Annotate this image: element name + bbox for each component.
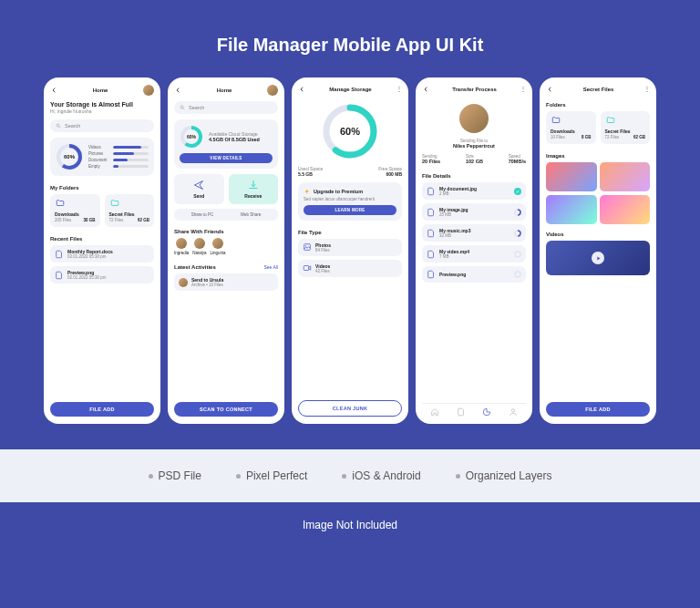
page-title: File Manager Mobile App UI Kit bbox=[0, 0, 700, 77]
used-value: 5.5 GB bbox=[298, 171, 323, 177]
storage-ring-card: 60% VideosPicturesDocumentEmpty bbox=[50, 138, 154, 176]
back-icon[interactable] bbox=[546, 86, 553, 93]
folder-card[interactable]: Secret Files72 Files62 GB bbox=[601, 111, 651, 144]
image-thumb[interactable] bbox=[546, 162, 597, 191]
feature-item: Pixel Perfect bbox=[236, 469, 307, 482]
clean-junk-button[interactable]: CLEAN JUNK bbox=[298, 400, 402, 417]
file-icon bbox=[427, 187, 436, 196]
transfer-file-row[interactable]: My video.mp47 MB bbox=[422, 245, 526, 263]
friend-item[interactable]: Ingredia bbox=[174, 238, 189, 255]
tab-files[interactable] bbox=[457, 407, 466, 417]
recipient-avatar bbox=[459, 104, 489, 133]
image-thumb[interactable] bbox=[600, 162, 651, 191]
premium-card: Upgrade to Premium Sed sapien lacus ulla… bbox=[298, 182, 402, 221]
screen-title: Transfer Process bbox=[452, 87, 497, 92]
back-icon[interactable] bbox=[298, 86, 305, 93]
search-input[interactable]: Search bbox=[50, 119, 154, 132]
image-thumb[interactable] bbox=[600, 195, 651, 224]
receive-icon bbox=[248, 180, 259, 191]
screens-row: Home Your Storage is Almost Full Hi, Ing… bbox=[0, 77, 700, 424]
videos-label: Videos bbox=[546, 232, 650, 237]
pending-icon bbox=[514, 251, 521, 258]
back-icon[interactable] bbox=[50, 87, 57, 94]
done-icon: ✓ bbox=[514, 188, 521, 195]
learn-more-button[interactable]: LEARN MORE bbox=[304, 205, 396, 215]
avatar[interactable] bbox=[143, 85, 154, 96]
file-type-row[interactable]: Photos84 Files bbox=[298, 239, 402, 256]
folder-icon bbox=[605, 116, 646, 126]
cloud-used: 4.5GB Of 8.5GB Used bbox=[209, 137, 260, 142]
latest-label: Latest Activities bbox=[174, 264, 216, 270]
more-icon[interactable]: ⋮ bbox=[396, 85, 402, 93]
my-folders-label: My Folders bbox=[50, 185, 154, 191]
screen-home-cloud: Home Search 60% Available Cloud Storage … bbox=[168, 77, 284, 424]
receive-card[interactable]: Receive bbox=[229, 174, 279, 204]
avatar[interactable] bbox=[267, 85, 278, 96]
folder-icon bbox=[551, 116, 592, 126]
feature-item: PSD File bbox=[149, 469, 201, 482]
folder-card[interactable]: Secret Files72 Files62 GB bbox=[105, 194, 155, 227]
footer-note: Image Not Included bbox=[0, 502, 700, 548]
friend-item[interactable]: Natalya bbox=[192, 238, 206, 255]
pending-icon bbox=[514, 271, 521, 278]
friend-item[interactable]: Lingunia bbox=[211, 238, 226, 255]
feature-item: Organized Layers bbox=[456, 469, 552, 482]
scan-button[interactable]: SCAN TO CONNECT bbox=[174, 402, 278, 417]
send-card[interactable]: Send bbox=[174, 174, 224, 204]
screen-title: Home bbox=[93, 88, 108, 93]
file-row[interactable]: Monthly Report.docs02.01.2022 05:30 pm bbox=[50, 245, 154, 263]
folders-label: Folders bbox=[546, 102, 650, 108]
file-icon bbox=[427, 250, 436, 259]
progress-icon bbox=[514, 230, 521, 237]
screen-title: Secret Files bbox=[583, 87, 614, 92]
activity-row[interactable]: Send to UrsulaArchive • 10 Files bbox=[174, 273, 278, 291]
tab-profile[interactable] bbox=[509, 407, 518, 417]
more-icon[interactable]: ⋮ bbox=[643, 85, 650, 93]
transfer-file-row[interactable]: My document.jpg2 MB✓ bbox=[422, 182, 526, 200]
file-icon bbox=[55, 250, 64, 259]
file-add-button[interactable]: FILE ADD bbox=[546, 402, 650, 417]
search-input[interactable]: Search bbox=[174, 101, 278, 114]
tab-bar bbox=[422, 403, 526, 417]
transfer-file-row[interactable]: Preview.png bbox=[422, 266, 526, 283]
file-icon bbox=[427, 208, 436, 217]
tab-stats[interactable] bbox=[482, 407, 491, 417]
send-icon bbox=[193, 180, 204, 191]
type-icon bbox=[303, 263, 312, 273]
file-row[interactable]: Preview.png02.01.2022 05:30 pm bbox=[50, 266, 154, 283]
storage-ring: 60% bbox=[321, 102, 379, 160]
file-details-label: File Details bbox=[422, 173, 526, 179]
features-row: PSD FilePixel PerfectiOS & AndroidOrgani… bbox=[0, 449, 700, 502]
file-icon bbox=[427, 270, 436, 279]
transfer-file-row[interactable]: My music.mp332 MB bbox=[422, 224, 526, 242]
progress-icon bbox=[514, 209, 521, 216]
avatar-icon bbox=[179, 278, 188, 287]
transfer-file-row[interactable]: My image.jpg25 MB bbox=[422, 203, 526, 221]
recipient-name: Niles Peppertrout bbox=[422, 143, 526, 149]
image-thumb[interactable] bbox=[546, 195, 597, 224]
screen-transfer: Transfer Process ⋮ Sending File to Niles… bbox=[416, 77, 532, 424]
view-details-button[interactable]: VIEW DETAILS bbox=[180, 153, 273, 163]
svg-point-15 bbox=[515, 252, 520, 257]
file-type-row[interactable]: Videos42 Files bbox=[298, 260, 402, 277]
folder-card[interactable]: Downloads205 Files30 GB bbox=[50, 194, 100, 227]
tab-home[interactable] bbox=[430, 407, 439, 417]
folder-icon bbox=[109, 199, 150, 209]
screen-home-full: Home Your Storage is Almost Full Hi, Ing… bbox=[44, 77, 160, 424]
see-all-link[interactable]: See All bbox=[263, 264, 278, 270]
web-share[interactable]: Web Share bbox=[241, 212, 261, 217]
screen-secret-files: Secret Files ⋮ Folders Downloads10 Files… bbox=[540, 77, 656, 424]
folder-card[interactable]: Downloads10 Files8 GB bbox=[546, 111, 596, 144]
screen-manage-storage: Manage Storage ⋮ 60% Used Space5.5 GB Fr… bbox=[292, 77, 408, 424]
screen-title: Home bbox=[217, 88, 232, 93]
play-icon bbox=[592, 252, 604, 264]
type-icon bbox=[303, 242, 312, 252]
share-friends-label: Share With Friends bbox=[174, 229, 278, 234]
share-pc[interactable]: Share to PC bbox=[191, 212, 214, 217]
file-add-button[interactable]: FILE ADD bbox=[50, 402, 154, 417]
back-icon[interactable] bbox=[174, 87, 181, 94]
more-icon[interactable]: ⋮ bbox=[520, 85, 526, 93]
video-thumb[interactable] bbox=[546, 241, 650, 275]
back-icon[interactable] bbox=[422, 86, 429, 93]
storage-warning: Your Storage is Almost Full bbox=[50, 101, 154, 108]
